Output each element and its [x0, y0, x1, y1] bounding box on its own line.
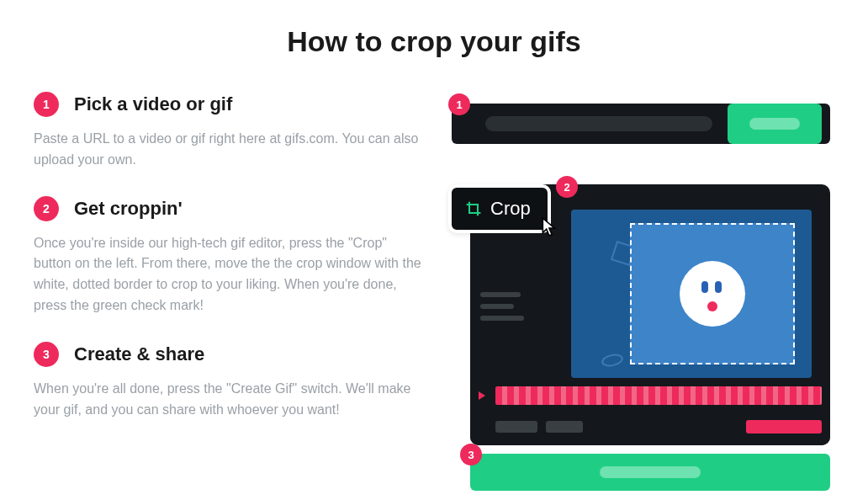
crop-icon	[465, 200, 482, 217]
step-1-title: Pick a video or gif	[74, 93, 232, 115]
cursor-icon	[541, 216, 559, 242]
illus-crop-label: Crop	[490, 198, 531, 220]
illus-preview	[571, 210, 812, 378]
illus-badge-2: 2	[556, 176, 578, 198]
step-1: 1 Pick a video or gif Paste a URL to a v…	[34, 92, 421, 171]
illus-share-bar	[470, 454, 830, 491]
illustration: 1 Crop	[447, 92, 834, 496]
steps-column: 1 Pick a video or gif Paste a URL to a v…	[34, 92, 421, 496]
illus-sidebar-lines	[480, 292, 524, 321]
illus-timeline-controls	[495, 420, 822, 434]
step-3-title: Create & share	[74, 343, 204, 365]
illus-badge-1: 1	[448, 93, 470, 115]
illustration-column: 1 Crop	[447, 92, 834, 496]
illus-timeline	[470, 386, 830, 445]
step-2: 2 Get croppin' Once you're inside our hi…	[34, 196, 421, 316]
play-icon	[479, 391, 485, 400]
step-3-badge: 3	[34, 342, 59, 367]
step-1-desc: Paste a URL to a video or gif right here…	[34, 129, 421, 171]
step-3: 3 Create & share When you're all done, p…	[34, 342, 421, 421]
illus-crop-rect	[630, 223, 795, 364]
step-2-title: Get croppin'	[74, 198, 183, 220]
illus-timeline-track	[495, 386, 822, 405]
face-icon	[680, 261, 745, 327]
page-title: How to crop your gifs	[34, 25, 834, 58]
step-3-desc: When you're all done, press the "Create …	[34, 379, 421, 421]
illus-url-input	[485, 116, 712, 131]
illus-url-button	[728, 104, 822, 144]
illus-badge-3: 3	[460, 444, 482, 465]
illus-crop-tooltip: Crop	[448, 184, 551, 233]
step-2-badge: 2	[34, 196, 59, 221]
step-1-badge: 1	[34, 92, 59, 117]
step-2-desc: Once you're inside our high-tech gif edi…	[34, 233, 421, 316]
illus-create-gif-button	[746, 420, 822, 434]
illus-url-bar	[452, 104, 830, 144]
